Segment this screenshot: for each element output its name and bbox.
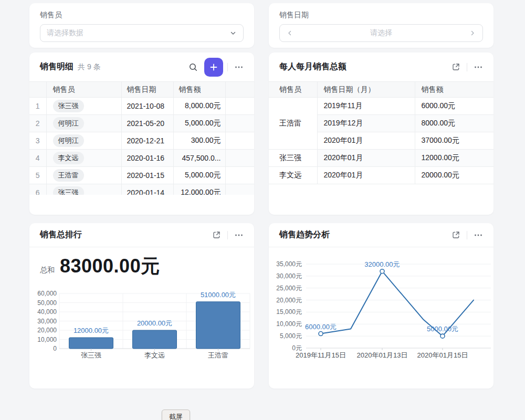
- cell-empty: [225, 167, 254, 184]
- cell-salesperson[interactable]: 何明江: [46, 132, 121, 150]
- cell-empty: [225, 115, 254, 132]
- more-icon: [234, 62, 244, 72]
- sales-date-filter-label: 销售日期: [279, 10, 309, 20]
- svg-text:30,000元: 30,000元: [276, 272, 302, 280]
- salesperson-tag: 王浩雷: [53, 169, 84, 182]
- cell-month[interactable]: 2020年01月: [317, 167, 415, 184]
- plus-icon: [209, 63, 218, 71]
- table-row[interactable]: 4李文远2020-01-16457,500.0...: [29, 150, 254, 167]
- table-header-row: 销售员 销售日期 销售额: [29, 82, 254, 98]
- salesperson-select-placeholder: 请选择数据: [47, 28, 229, 38]
- svg-text:0: 0: [53, 345, 57, 352]
- row-index: 3: [29, 132, 46, 150]
- row-index: 4: [29, 150, 46, 167]
- cell-salesperson[interactable]: 王浩雷: [46, 167, 121, 184]
- col-salesperson: 销售员: [46, 82, 121, 98]
- table-row[interactable]: 1张三强2021-10-088,000.00元: [29, 98, 254, 115]
- svg-text:32000.00元: 32000.00元: [364, 260, 400, 268]
- cell-amount[interactable]: 5,000.00元: [173, 115, 225, 132]
- cell-month[interactable]: 2019年11月: [317, 98, 415, 115]
- sales-date-picker[interactable]: 请选择: [279, 24, 483, 42]
- more-button[interactable]: [232, 60, 246, 74]
- cell-amount[interactable]: 12,000.00元: [173, 184, 225, 195]
- cell-amount[interactable]: 8000.00元: [415, 115, 494, 132]
- expand-icon: [452, 62, 460, 71]
- add-record-button[interactable]: [204, 58, 223, 77]
- cell-date[interactable]: 2020-01-14: [121, 184, 173, 195]
- cell-amount[interactable]: 12000.00元: [415, 150, 494, 167]
- col-month: 销售日期（月）: [317, 82, 415, 98]
- table-row[interactable]: 李文远2020年01月20000.00元: [269, 167, 494, 184]
- cell-amount[interactable]: 20000.00元: [415, 167, 494, 184]
- cell-month[interactable]: 2019年12月: [317, 115, 415, 132]
- ranking-card: 销售总排行 总和 83000.00元 010,00020,00030,00040: [29, 223, 254, 388]
- sales-detail-tbody: 1张三强2021-10-088,000.00元2何明江2021-05-205,0…: [29, 98, 254, 195]
- col-amount: 销售额: [173, 82, 225, 98]
- chevron-left-icon[interactable]: [286, 29, 293, 37]
- table-row[interactable]: 张三强2020年01月12000.00元: [269, 150, 494, 167]
- svg-text:2019年11月15日: 2019年11月15日: [296, 351, 346, 359]
- sales-detail-count: 共 9 条: [78, 62, 101, 72]
- cell-salesperson[interactable]: 王浩雷: [269, 98, 317, 150]
- screenshot-button[interactable]: 截屏: [162, 410, 190, 420]
- cell-date[interactable]: 2020-01-16: [121, 150, 173, 167]
- col-salesperson: 销售员: [269, 82, 317, 98]
- monthly-summary-tbody: 王浩雷2019年11月6000.00元2019年12月8000.00元2020年…: [269, 98, 494, 184]
- expand-button[interactable]: [449, 60, 463, 74]
- more-button[interactable]: [471, 60, 485, 74]
- svg-text:李文远: 李文远: [144, 351, 165, 359]
- cell-salesperson[interactable]: 张三强: [46, 184, 121, 195]
- col-date: 销售日期: [121, 82, 173, 98]
- svg-text:5000.00元: 5000.00元: [427, 325, 458, 333]
- salesperson-tag: 李文远: [53, 152, 84, 164]
- table-header-row: 销售员 销售日期（月） 销售额: [269, 82, 494, 98]
- sales-date-filter-card: 销售日期 请选择: [269, 3, 494, 48]
- cell-month[interactable]: 2020年01月: [317, 150, 415, 167]
- salesperson-select[interactable]: 请选择数据: [40, 24, 244, 42]
- cell-date[interactable]: 2021-05-20: [121, 115, 173, 132]
- table-row[interactable]: 6张三强2020-01-1412,000.00元: [29, 184, 254, 195]
- cell-amount[interactable]: 5,000.00元: [173, 167, 225, 184]
- search-button[interactable]: [186, 60, 200, 74]
- salesperson-filter-card: 销售员 请选择数据: [29, 3, 254, 48]
- table-row[interactable]: 5王浩雷2020-01-155,000.00元: [29, 167, 254, 184]
- svg-text:12000.00元: 12000.00元: [74, 327, 109, 334]
- cell-amount[interactable]: 300.00元: [173, 132, 225, 150]
- svg-text:20,000元: 20,000元: [276, 297, 302, 304]
- svg-text:30,000: 30,000: [37, 318, 57, 325]
- table-row[interactable]: 王浩雷2019年11月6000.00元: [269, 98, 494, 115]
- sales-detail-table: 销售员 销售日期 销售额 1张三强2021-10-088,000.00元2何明江…: [29, 81, 254, 195]
- cell-amount[interactable]: 37000.00元: [415, 132, 494, 150]
- chevron-right-icon[interactable]: [469, 29, 476, 37]
- table-row[interactable]: 3何明江2020-12-21300.00元: [29, 132, 254, 150]
- search-icon: [188, 62, 198, 72]
- sales-detail-title: 销售明细: [40, 61, 74, 72]
- svg-text:51000.00元: 51000.00元: [201, 291, 236, 299]
- svg-text:40,000: 40,000: [37, 308, 57, 316]
- table-row[interactable]: 2何明江2021-05-205,000.00元: [29, 115, 254, 132]
- salesperson-filter-label: 销售员: [40, 10, 62, 20]
- cell-month[interactable]: 2020年01月: [317, 132, 415, 150]
- bar-chart-svg: 010,00020,00030,00040,00050,00060,000120…: [29, 223, 254, 388]
- cell-amount[interactable]: 6000.00元: [415, 98, 494, 115]
- cell-empty: [225, 98, 254, 115]
- salesperson-tag: 张三强: [53, 186, 84, 195]
- cell-salesperson[interactable]: 张三强: [269, 150, 317, 167]
- col-index: [29, 82, 46, 98]
- sales-date-placeholder: 请选择: [293, 28, 469, 38]
- salesperson-tag: 何明江: [53, 134, 84, 147]
- cell-salesperson[interactable]: 张三强: [46, 98, 121, 115]
- cell-salesperson[interactable]: 李文远: [269, 167, 317, 184]
- cell-amount[interactable]: 457,500.0...: [173, 150, 225, 167]
- cell-salesperson[interactable]: 李文远: [46, 150, 121, 167]
- svg-text:张三强: 张三强: [81, 351, 101, 359]
- cell-amount[interactable]: 8,000.00元: [173, 98, 225, 115]
- cell-date[interactable]: 2020-12-21: [121, 132, 173, 150]
- cell-date[interactable]: 2020-01-15: [121, 167, 173, 184]
- cell-date[interactable]: 2021-10-08: [121, 98, 173, 115]
- cell-empty: [225, 150, 254, 167]
- sales-detail-card: 销售明细 共 9 条: [29, 52, 254, 215]
- svg-text:0元: 0元: [292, 344, 302, 352]
- cell-salesperson[interactable]: 何明江: [46, 115, 121, 132]
- svg-text:20,000: 20,000: [37, 327, 57, 334]
